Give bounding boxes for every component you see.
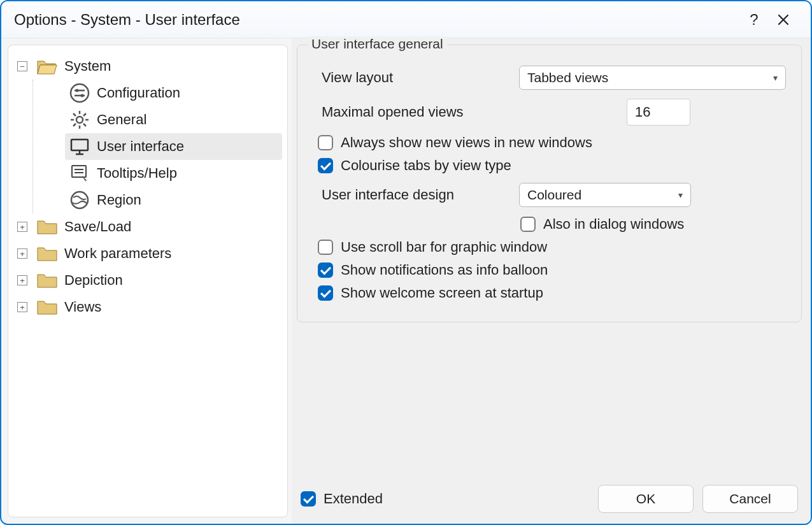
ui-design-select[interactable]: Coloured ▾ — [519, 183, 691, 207]
svg-line-10 — [73, 113, 76, 116]
input-value: 16 — [635, 104, 650, 120]
tree-item-save-load[interactable]: + Save/Load — [13, 213, 282, 240]
checkbox-label: Use scroll bar for graphic window — [341, 239, 547, 255]
svg-point-5 — [76, 117, 83, 123]
sliders-icon — [69, 82, 90, 104]
svg-line-11 — [83, 124, 86, 126]
group-legend: User interface general — [308, 36, 447, 52]
tree-item-user-interface[interactable]: User interface — [65, 133, 282, 160]
tree-label: User interface — [97, 138, 184, 155]
tree-label: Tooltips/Help — [97, 165, 177, 182]
expand-icon[interactable]: + — [17, 248, 27, 259]
button-label: OK — [636, 491, 655, 507]
checkbox-icon — [318, 262, 333, 278]
question-icon: ? — [750, 11, 758, 29]
folder-icon — [36, 296, 58, 318]
tree-item-configuration[interactable]: Configuration — [65, 80, 282, 106]
tree-label: Save/Load — [64, 219, 131, 235]
options-dialog: Options - System - User interface ? − — [0, 0, 812, 525]
max-views-label: Maximal opened views — [322, 104, 627, 120]
tree-item-depiction[interactable]: + Depiction — [13, 267, 282, 294]
svg-point-0 — [71, 84, 89, 102]
folder-icon — [36, 216, 58, 238]
colourise-tabs-checkbox[interactable]: Colourise tabs by view type — [318, 157, 786, 174]
view-layout-label: View layout — [322, 69, 519, 86]
checkbox-label: Always show new views in new windows — [341, 134, 592, 151]
dialog-title: Options - System - User interface — [14, 11, 739, 29]
checkbox-label: Also in dialog windows — [543, 216, 684, 233]
checkbox-icon — [301, 491, 316, 507]
svg-line-13 — [83, 113, 86, 116]
select-value: Tabbed views — [527, 70, 608, 85]
tree-item-system[interactable]: − System — [13, 53, 282, 80]
monitor-icon — [69, 136, 90, 157]
globe-icon — [69, 189, 90, 211]
svg-rect-17 — [72, 166, 86, 177]
checkbox-icon — [520, 217, 536, 232]
also-dialog-checkbox[interactable]: Also in dialog windows — [520, 216, 786, 233]
chevron-down-icon: ▾ — [678, 190, 683, 200]
svg-line-12 — [73, 124, 76, 126]
select-value: Coloured — [527, 187, 581, 203]
show-notifications-checkbox[interactable]: Show notifications as info balloon — [318, 262, 786, 278]
expand-icon[interactable]: + — [17, 302, 27, 312]
checkbox-label: Extended — [324, 491, 383, 507]
checkbox-label: Show welcome screen at startup — [341, 285, 543, 301]
svg-point-20 — [71, 192, 88, 208]
checkbox-label: Show notifications as info balloon — [341, 262, 548, 278]
tree-label: Work parameters — [64, 245, 171, 262]
ok-button[interactable]: OK — [598, 485, 694, 513]
close-button[interactable] — [769, 5, 798, 34]
user-interface-general-group: User interface general View layout Tabbe… — [297, 45, 802, 322]
close-icon — [778, 14, 789, 25]
tree-label: General — [97, 111, 146, 128]
expand-icon[interactable]: + — [17, 222, 27, 232]
settings-pane: User interface general View layout Tabbe… — [292, 38, 811, 524]
extended-checkbox[interactable]: Extended — [301, 491, 383, 507]
tooltip-icon — [69, 162, 90, 184]
tree-item-views[interactable]: + Views — [13, 294, 282, 320]
titlebar: Options - System - User interface ? — [1, 1, 811, 38]
tree-item-general[interactable]: General — [65, 106, 282, 133]
chevron-down-icon: ▾ — [773, 73, 778, 83]
expand-icon[interactable]: + — [17, 275, 27, 285]
svg-point-2 — [76, 89, 79, 92]
checkbox-icon — [318, 285, 333, 301]
svg-point-4 — [81, 94, 84, 97]
gear-icon — [69, 109, 90, 131]
checkbox-icon — [318, 158, 333, 173]
max-views-input[interactable]: 16 — [627, 99, 690, 126]
checkbox-label: Colourise tabs by view type — [341, 157, 511, 174]
tree-label: Views — [64, 299, 101, 315]
show-welcome-checkbox[interactable]: Show welcome screen at startup — [318, 285, 786, 301]
tree-label: Depiction — [64, 272, 123, 289]
button-label: Cancel — [729, 491, 771, 507]
tree-item-region[interactable]: Region — [65, 187, 282, 213]
tree-label: Configuration — [97, 85, 180, 101]
always-new-windows-checkbox[interactable]: Always show new views in new windows — [318, 134, 786, 151]
svg-rect-14 — [71, 140, 88, 150]
help-button[interactable]: ? — [739, 5, 769, 34]
ui-design-label: User interface design — [322, 187, 519, 203]
use-scrollbar-checkbox[interactable]: Use scroll bar for graphic window — [318, 239, 786, 255]
folder-open-icon — [36, 55, 58, 77]
dialog-footer: Extended OK Cancel — [297, 475, 802, 517]
category-tree[interactable]: − System Configuration — [8, 45, 288, 517]
tree-label: System — [64, 58, 111, 75]
checkbox-icon — [318, 135, 333, 150]
view-layout-select[interactable]: Tabbed views ▾ — [519, 66, 786, 90]
folder-icon — [36, 270, 58, 291]
tree-label: Region — [97, 192, 141, 208]
tree-item-work-parameters[interactable]: + Work parameters — [13, 240, 282, 267]
tree-item-tooltips[interactable]: Tooltips/Help — [65, 160, 282, 187]
cancel-button[interactable]: Cancel — [702, 485, 798, 513]
content-area: − System Configuration — [1, 38, 811, 524]
checkbox-icon — [318, 240, 333, 255]
collapse-icon[interactable]: − — [17, 61, 27, 71]
folder-icon — [36, 243, 58, 264]
